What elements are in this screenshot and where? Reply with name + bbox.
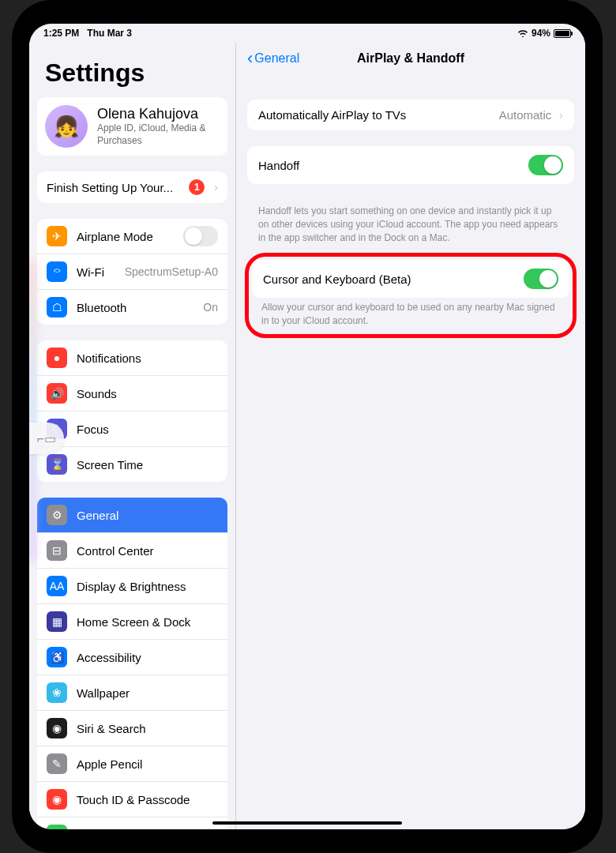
cursor-toggle[interactable] (524, 269, 558, 289)
row-icon: ▦ (47, 611, 67, 632)
row-icon: ⊟ (47, 540, 67, 561)
row-label: Airplane Mode (77, 230, 174, 243)
row-icon: ✈ (47, 226, 67, 246)
row-label: Notifications (77, 351, 218, 365)
handoff-footer: Handoff lets you start something on one … (247, 200, 574, 255)
setup-badge: 1 (189, 179, 205, 195)
detail-pane: ‹ General AirPlay & Handoff Automaticall… (236, 43, 585, 829)
setup-card[interactable]: Finish Setting Up Your... 1 › (37, 171, 227, 203)
sidebar-item-sounds[interactable]: 🔊Sounds (37, 375, 227, 411)
row-label: Sounds (77, 387, 218, 400)
chevron-right-icon: › (214, 181, 218, 194)
row-icon: AA (47, 576, 67, 596)
row-label: Bluetooth (77, 301, 193, 314)
annotation-highlight: Cursor and Keyboard (Beta) Allow your cu… (245, 253, 577, 338)
connectivity-group: ✈Airplane Mode⌔Wi-FiSpectrumSetup-A0☖Blu… (37, 219, 227, 325)
universal-control-pill[interactable]: ⌐▭ (29, 423, 64, 454)
status-bar: 1:25 PM Thu Mar 3 94% (29, 24, 585, 43)
avatar: 👧 (45, 105, 88, 148)
sidebar-item-airplane-mode[interactable]: ✈Airplane Mode (37, 219, 227, 254)
sidebar-item-wi-fi[interactable]: ⌔Wi-FiSpectrumSetup-A0 (37, 254, 227, 289)
detail-navbar: ‹ General AirPlay & Handoff (247, 43, 574, 76)
row-label: Wallpaper (77, 686, 218, 700)
row-icon: ◉ (47, 789, 67, 810)
blur-decoration (29, 261, 36, 561)
handoff-label: Handoff (258, 159, 520, 172)
row-label: Home Screen & Dock (77, 615, 218, 629)
row-label: Accessibility (77, 651, 218, 664)
battery-icon (554, 29, 571, 38)
cursor-keyboard-card: Cursor and Keyboard (Beta) (252, 260, 569, 298)
profile-sub: Apple ID, iCloud, Media & Purchases (97, 122, 220, 147)
sidebar-item-general[interactable]: ⚙General (37, 498, 227, 532)
home-indicator[interactable] (212, 821, 402, 825)
sidebar-item-siri-search[interactable]: ◉Siri & Search (37, 710, 227, 746)
row-label: Siri & Search (77, 722, 218, 735)
cursor-footer: Allow your cursor and keyboard to be use… (249, 299, 573, 334)
sidebar-item-home-screen-dock[interactable]: ▦Home Screen & Dock (37, 603, 227, 639)
back-label: General (254, 51, 299, 66)
airplay-card[interactable]: Automatically AirPlay to TVs Automatic › (247, 100, 574, 130)
row-icon: ♿ (47, 647, 67, 667)
row-value: SpectrumSetup-A0 (125, 265, 218, 278)
row-label: General (77, 509, 218, 522)
profile-card[interactable]: 👧 Olena Kahujova Apple ID, iCloud, Media… (37, 97, 227, 156)
screen: 1:25 PM Thu Mar 3 94% Settings 👧 Olena K… (29, 24, 585, 829)
setup-label: Finish Setting Up Your... (47, 181, 179, 194)
handoff-card: Handoff (247, 146, 574, 184)
row-icon: ● (47, 348, 67, 368)
row-label: Touch ID & Passcode (77, 793, 218, 806)
sidebar-item-touch-id-passcode[interactable]: ◉Touch ID & Passcode (37, 781, 227, 817)
handoff-toggle[interactable] (528, 155, 563, 175)
cursor-label: Cursor and Keyboard (Beta) (263, 272, 516, 286)
alerts-group: ●Notifications🔊Sounds☾Focus⌛Screen Time (37, 340, 227, 482)
chevron-left-icon: ‹ (247, 50, 253, 67)
row-icon: ⌛ (47, 454, 67, 475)
back-button[interactable]: ‹ General (247, 50, 299, 67)
row-icon: ✎ (47, 753, 67, 774)
row-label: Display & Brightness (77, 580, 218, 593)
airplay-label: Automatically AirPlay to TVs (258, 108, 491, 122)
airplay-value: Automatic (499, 108, 552, 122)
profile-name: Olena Kahujova (97, 106, 220, 122)
row-label: Focus (77, 423, 218, 436)
sidebar-item-wallpaper[interactable]: ❀Wallpaper (37, 675, 227, 710)
row-icon: ⌔ (47, 261, 67, 282)
wifi-icon (517, 29, 528, 37)
sidebar-item-bluetooth[interactable]: ☖BluetoothOn (37, 289, 227, 325)
sidebar-item-screen-time[interactable]: ⌛Screen Time (37, 446, 227, 482)
sidebar-item-notifications[interactable]: ●Notifications (37, 340, 227, 375)
sidebar-item-focus[interactable]: ☾Focus (37, 411, 227, 446)
row-label: Screen Time (77, 458, 218, 472)
status-time: 1:25 PM (43, 28, 79, 39)
row-label: Wi-Fi (77, 265, 115, 279)
row-icon: ▮ (47, 825, 67, 829)
status-date: Thu Mar 3 (87, 28, 132, 39)
row-label: Battery (77, 829, 218, 830)
row-icon: ❀ (47, 682, 67, 703)
status-battery-pct: 94% (531, 28, 550, 39)
row-icon: ◉ (47, 718, 67, 738)
row-icon: ☖ (47, 297, 67, 318)
general-group: ⚙General⊟Control CenterAADisplay & Brigh… (37, 498, 227, 829)
row-label: Control Center (77, 544, 218, 558)
sidebar-title: Settings (37, 43, 227, 97)
row-icon: ⚙ (47, 505, 67, 525)
row-value: On (203, 301, 218, 314)
row-icon: 🔊 (47, 383, 67, 404)
sidebar-item-accessibility[interactable]: ♿Accessibility (37, 639, 227, 675)
sidebar-item-apple-pencil[interactable]: ✎Apple Pencil (37, 746, 227, 781)
sidebar-item-battery[interactable]: ▮Battery (37, 817, 227, 829)
ipad-frame: 1:25 PM Thu Mar 3 94% Settings 👧 Olena K… (12, 0, 603, 853)
sidebar-item-display-brightness[interactable]: AADisplay & Brightness (37, 568, 227, 603)
row-label: Apple Pencil (77, 757, 218, 771)
row-toggle[interactable] (183, 226, 218, 246)
chevron-right-icon: › (559, 109, 563, 122)
sidebar-item-control-center[interactable]: ⊟Control Center (37, 532, 227, 568)
